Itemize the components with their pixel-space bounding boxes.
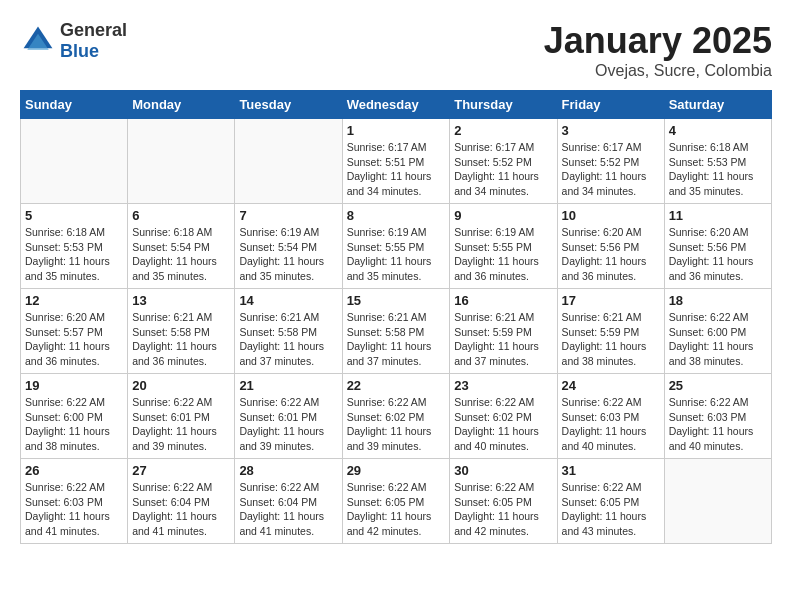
day-number: 2 — [454, 123, 552, 138]
day-cell-20: 20Sunrise: 6:22 AM Sunset: 6:01 PM Dayli… — [128, 374, 235, 459]
day-number: 15 — [347, 293, 446, 308]
day-info: Sunrise: 6:17 AM Sunset: 5:51 PM Dayligh… — [347, 140, 446, 199]
day-info: Sunrise: 6:22 AM Sunset: 6:03 PM Dayligh… — [669, 395, 767, 454]
day-number: 12 — [25, 293, 123, 308]
day-info: Sunrise: 6:22 AM Sunset: 6:04 PM Dayligh… — [132, 480, 230, 539]
week-row-3: 12Sunrise: 6:20 AM Sunset: 5:57 PM Dayli… — [21, 289, 772, 374]
day-cell-29: 29Sunrise: 6:22 AM Sunset: 6:05 PM Dayli… — [342, 459, 450, 544]
title-block: January 2025 Ovejas, Sucre, Colombia — [544, 20, 772, 80]
day-info: Sunrise: 6:21 AM Sunset: 5:58 PM Dayligh… — [132, 310, 230, 369]
logo-general-text: General — [60, 20, 127, 41]
day-number: 16 — [454, 293, 552, 308]
day-cell-16: 16Sunrise: 6:21 AM Sunset: 5:59 PM Dayli… — [450, 289, 557, 374]
day-cell-18: 18Sunrise: 6:22 AM Sunset: 6:00 PM Dayli… — [664, 289, 771, 374]
day-cell-13: 13Sunrise: 6:21 AM Sunset: 5:58 PM Dayli… — [128, 289, 235, 374]
day-info: Sunrise: 6:22 AM Sunset: 6:03 PM Dayligh… — [562, 395, 660, 454]
day-cell-12: 12Sunrise: 6:20 AM Sunset: 5:57 PM Dayli… — [21, 289, 128, 374]
day-number: 3 — [562, 123, 660, 138]
day-info: Sunrise: 6:22 AM Sunset: 6:01 PM Dayligh… — [239, 395, 337, 454]
day-cell-21: 21Sunrise: 6:22 AM Sunset: 6:01 PM Dayli… — [235, 374, 342, 459]
day-info: Sunrise: 6:20 AM Sunset: 5:57 PM Dayligh… — [25, 310, 123, 369]
day-info: Sunrise: 6:17 AM Sunset: 5:52 PM Dayligh… — [562, 140, 660, 199]
day-cell-7: 7Sunrise: 6:19 AM Sunset: 5:54 PM Daylig… — [235, 204, 342, 289]
day-info: Sunrise: 6:21 AM Sunset: 5:58 PM Dayligh… — [239, 310, 337, 369]
day-number: 1 — [347, 123, 446, 138]
day-info: Sunrise: 6:22 AM Sunset: 6:00 PM Dayligh… — [25, 395, 123, 454]
day-number: 31 — [562, 463, 660, 478]
logo-text: General Blue — [60, 20, 127, 62]
day-cell-19: 19Sunrise: 6:22 AM Sunset: 6:00 PM Dayli… — [21, 374, 128, 459]
day-cell-17: 17Sunrise: 6:21 AM Sunset: 5:59 PM Dayli… — [557, 289, 664, 374]
logo: General Blue — [20, 20, 127, 62]
day-number: 13 — [132, 293, 230, 308]
day-cell-31: 31Sunrise: 6:22 AM Sunset: 6:05 PM Dayli… — [557, 459, 664, 544]
day-info: Sunrise: 6:18 AM Sunset: 5:53 PM Dayligh… — [669, 140, 767, 199]
day-cell-26: 26Sunrise: 6:22 AM Sunset: 6:03 PM Dayli… — [21, 459, 128, 544]
day-info: Sunrise: 6:20 AM Sunset: 5:56 PM Dayligh… — [669, 225, 767, 284]
day-number: 28 — [239, 463, 337, 478]
calendar-table: SundayMondayTuesdayWednesdayThursdayFrid… — [20, 90, 772, 544]
day-cell-2: 2Sunrise: 6:17 AM Sunset: 5:52 PM Daylig… — [450, 119, 557, 204]
day-cell-4: 4Sunrise: 6:18 AM Sunset: 5:53 PM Daylig… — [664, 119, 771, 204]
day-number: 11 — [669, 208, 767, 223]
day-number: 18 — [669, 293, 767, 308]
day-number: 22 — [347, 378, 446, 393]
day-number: 26 — [25, 463, 123, 478]
month-title: January 2025 — [544, 20, 772, 62]
day-number: 30 — [454, 463, 552, 478]
day-cell-25: 25Sunrise: 6:22 AM Sunset: 6:03 PM Dayli… — [664, 374, 771, 459]
day-cell-11: 11Sunrise: 6:20 AM Sunset: 5:56 PM Dayli… — [664, 204, 771, 289]
weekday-header-row: SundayMondayTuesdayWednesdayThursdayFrid… — [21, 91, 772, 119]
day-info: Sunrise: 6:18 AM Sunset: 5:53 PM Dayligh… — [25, 225, 123, 284]
day-info: Sunrise: 6:21 AM Sunset: 5:59 PM Dayligh… — [562, 310, 660, 369]
day-number: 23 — [454, 378, 552, 393]
day-number: 6 — [132, 208, 230, 223]
day-number: 27 — [132, 463, 230, 478]
day-cell-28: 28Sunrise: 6:22 AM Sunset: 6:04 PM Dayli… — [235, 459, 342, 544]
day-info: Sunrise: 6:22 AM Sunset: 6:01 PM Dayligh… — [132, 395, 230, 454]
day-cell-5: 5Sunrise: 6:18 AM Sunset: 5:53 PM Daylig… — [21, 204, 128, 289]
day-cell-15: 15Sunrise: 6:21 AM Sunset: 5:58 PM Dayli… — [342, 289, 450, 374]
empty-cell — [235, 119, 342, 204]
day-cell-6: 6Sunrise: 6:18 AM Sunset: 5:54 PM Daylig… — [128, 204, 235, 289]
page-header: General Blue January 2025 Ovejas, Sucre,… — [20, 20, 772, 80]
day-number: 24 — [562, 378, 660, 393]
day-number: 10 — [562, 208, 660, 223]
week-row-4: 19Sunrise: 6:22 AM Sunset: 6:00 PM Dayli… — [21, 374, 772, 459]
day-number: 4 — [669, 123, 767, 138]
weekday-header-thursday: Thursday — [450, 91, 557, 119]
empty-cell — [128, 119, 235, 204]
day-info: Sunrise: 6:20 AM Sunset: 5:56 PM Dayligh… — [562, 225, 660, 284]
weekday-header-sunday: Sunday — [21, 91, 128, 119]
day-info: Sunrise: 6:21 AM Sunset: 5:58 PM Dayligh… — [347, 310, 446, 369]
day-number: 9 — [454, 208, 552, 223]
day-cell-14: 14Sunrise: 6:21 AM Sunset: 5:58 PM Dayli… — [235, 289, 342, 374]
day-cell-1: 1Sunrise: 6:17 AM Sunset: 5:51 PM Daylig… — [342, 119, 450, 204]
day-info: Sunrise: 6:18 AM Sunset: 5:54 PM Dayligh… — [132, 225, 230, 284]
logo-icon — [20, 23, 56, 59]
empty-cell — [21, 119, 128, 204]
day-info: Sunrise: 6:19 AM Sunset: 5:54 PM Dayligh… — [239, 225, 337, 284]
weekday-header-friday: Friday — [557, 91, 664, 119]
day-cell-24: 24Sunrise: 6:22 AM Sunset: 6:03 PM Dayli… — [557, 374, 664, 459]
day-number: 20 — [132, 378, 230, 393]
day-cell-30: 30Sunrise: 6:22 AM Sunset: 6:05 PM Dayli… — [450, 459, 557, 544]
day-info: Sunrise: 6:19 AM Sunset: 5:55 PM Dayligh… — [454, 225, 552, 284]
day-info: Sunrise: 6:22 AM Sunset: 6:05 PM Dayligh… — [454, 480, 552, 539]
day-info: Sunrise: 6:22 AM Sunset: 6:03 PM Dayligh… — [25, 480, 123, 539]
day-number: 21 — [239, 378, 337, 393]
week-row-2: 5Sunrise: 6:18 AM Sunset: 5:53 PM Daylig… — [21, 204, 772, 289]
day-info: Sunrise: 6:22 AM Sunset: 6:04 PM Dayligh… — [239, 480, 337, 539]
day-cell-23: 23Sunrise: 6:22 AM Sunset: 6:02 PM Dayli… — [450, 374, 557, 459]
weekday-header-monday: Monday — [128, 91, 235, 119]
day-cell-10: 10Sunrise: 6:20 AM Sunset: 5:56 PM Dayli… — [557, 204, 664, 289]
day-number: 8 — [347, 208, 446, 223]
day-info: Sunrise: 6:22 AM Sunset: 6:05 PM Dayligh… — [347, 480, 446, 539]
location-text: Ovejas, Sucre, Colombia — [544, 62, 772, 80]
day-info: Sunrise: 6:22 AM Sunset: 6:05 PM Dayligh… — [562, 480, 660, 539]
weekday-header-wednesday: Wednesday — [342, 91, 450, 119]
day-number: 17 — [562, 293, 660, 308]
day-info: Sunrise: 6:21 AM Sunset: 5:59 PM Dayligh… — [454, 310, 552, 369]
logo-blue-text: Blue — [60, 41, 127, 62]
day-cell-27: 27Sunrise: 6:22 AM Sunset: 6:04 PM Dayli… — [128, 459, 235, 544]
